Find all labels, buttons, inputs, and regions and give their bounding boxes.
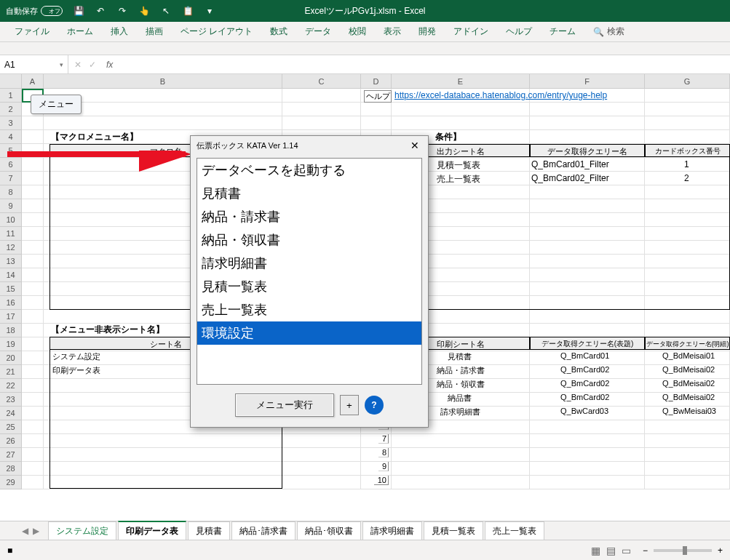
tab-home[interactable]: ホーム: [58, 21, 102, 42]
row-header[interactable]: 19: [0, 337, 22, 351]
cancel-icon[interactable]: ✕: [74, 60, 82, 70]
list-item[interactable]: データベースを起動する: [197, 159, 421, 182]
sheet-tab[interactable]: 納品･領収書: [297, 521, 361, 540]
row-header[interactable]: 21: [0, 365, 22, 379]
tab-view[interactable]: 表示: [375, 21, 410, 42]
row-header[interactable]: 24: [0, 407, 22, 420]
zoom-in-icon[interactable]: +: [718, 545, 723, 556]
row-header[interactable]: 8: [0, 185, 22, 199]
row-header[interactable]: 29: [0, 476, 22, 489]
list-item[interactable]: 見積一覧表: [197, 275, 421, 298]
hide-section-label: 【メニュー非表示シート名】: [51, 324, 164, 336]
run-button[interactable]: メニュー実行: [235, 393, 334, 417]
list-item[interactable]: 納品・請求書: [197, 205, 421, 228]
search-box[interactable]: 🔍 検索: [593, 25, 624, 38]
col-header-a[interactable]: A: [22, 74, 44, 88]
tab-insert[interactable]: 挿入: [102, 21, 137, 42]
menu-dialog: 伝票ボックス KATA Ver 1.14 ✕ データベースを起動する 見積書 納…: [190, 135, 429, 428]
next-sheet-icon[interactable]: ▶: [33, 526, 39, 536]
row-header[interactable]: 28: [0, 462, 22, 476]
row-header[interactable]: 25: [0, 420, 22, 434]
sheet-tab[interactable]: 納品･請求書: [231, 521, 295, 540]
fx-icon[interactable]: fx: [103, 60, 116, 70]
row-header[interactable]: 13: [0, 255, 22, 268]
close-icon[interactable]: ✕: [408, 140, 422, 151]
menu-listbox[interactable]: データベースを起動する 見積書 納品・請求書 納品・領収書 請求明細書 見積一覧…: [197, 158, 422, 385]
row-header[interactable]: 12: [0, 241, 22, 255]
paste-icon[interactable]: 📋: [182, 5, 194, 17]
print-r4-q2: Q_BdMeisai02: [662, 393, 715, 401]
col-header-f[interactable]: F: [530, 74, 645, 88]
zoom-out-icon[interactable]: −: [643, 545, 648, 556]
touch-icon[interactable]: 👆: [138, 5, 150, 17]
row-header[interactable]: 15: [0, 282, 22, 296]
enter-icon[interactable]: ✓: [89, 60, 96, 70]
more-icon[interactable]: ▾: [204, 5, 215, 17]
help-link[interactable]: https://excel-databace.hatenablog.com/en…: [394, 90, 607, 100]
sheet-tab[interactable]: 見積書: [188, 521, 230, 540]
normal-view-icon[interactable]: ▦: [591, 545, 600, 556]
row-header[interactable]: 22: [0, 379, 22, 393]
tab-review[interactable]: 校閲: [340, 21, 375, 42]
zoom-slider[interactable]: [654, 549, 712, 552]
row-header[interactable]: 18: [0, 324, 22, 337]
sheet-tab[interactable]: システム設定: [48, 521, 116, 540]
tab-developer[interactable]: 開発: [410, 21, 445, 42]
list-item[interactable]: 請求明細書: [197, 252, 421, 275]
row-header[interactable]: 23: [0, 393, 22, 407]
row-header[interactable]: 3: [0, 116, 22, 130]
autosave-label: 自動保存: [6, 6, 38, 17]
tab-file[interactable]: ファイル: [6, 21, 58, 42]
name-box[interactable]: A1: [0, 55, 68, 73]
list-item[interactable]: 売上一覧表: [197, 298, 421, 321]
plus-button[interactable]: +: [340, 395, 359, 415]
cursor-icon[interactable]: ↖: [160, 5, 172, 17]
dialog-titlebar[interactable]: 伝票ボックス KATA Ver 1.14 ✕: [191, 136, 428, 155]
status-bar: 準備完了 ■ ▦ ▤ ▭ − +: [0, 540, 730, 560]
col-header-b[interactable]: B: [44, 74, 282, 88]
tab-data[interactable]: データ: [296, 21, 340, 42]
autosave-toggle[interactable]: 自動保存 オフ: [6, 6, 63, 17]
col-header-e[interactable]: E: [392, 74, 530, 88]
row-header[interactable]: 1: [0, 89, 22, 103]
list-item[interactable]: 納品・領収書: [197, 228, 421, 252]
col-header-d[interactable]: D: [361, 74, 392, 88]
row-header[interactable]: 10: [0, 213, 22, 227]
list-item-selected[interactable]: 環境設定: [197, 321, 421, 345]
menu-button[interactable]: メニュー: [31, 95, 82, 114]
select-all-corner[interactable]: [0, 74, 22, 88]
sheet-tab[interactable]: 請求明細書: [362, 521, 422, 540]
tab-addins[interactable]: アドイン: [445, 21, 497, 42]
toggle-switch[interactable]: オフ: [41, 6, 63, 16]
list-item[interactable]: 見積書: [197, 182, 421, 205]
row-header[interactable]: 2: [0, 103, 22, 116]
row-header[interactable]: 17: [0, 310, 22, 324]
tab-pagelayout[interactable]: ページ レイアウト: [172, 21, 261, 42]
row-header[interactable]: 4: [0, 130, 22, 144]
col-header-g[interactable]: G: [645, 74, 730, 88]
row-header[interactable]: 26: [0, 434, 22, 448]
redo-icon[interactable]: ↷: [116, 5, 128, 17]
col-header-c[interactable]: C: [282, 74, 361, 88]
row-header[interactable]: 11: [0, 227, 22, 241]
tab-formulas[interactable]: 数式: [261, 21, 296, 42]
sheet-tab[interactable]: 売上一覧表: [485, 521, 544, 540]
help-button[interactable]: ?: [365, 396, 384, 415]
sheet-tab-active[interactable]: 印刷データ表: [118, 521, 186, 540]
save-icon[interactable]: 💾: [73, 5, 84, 17]
cond-section-label: 条件】: [435, 131, 461, 143]
page-layout-icon[interactable]: ▤: [606, 545, 616, 556]
row-header[interactable]: 20: [0, 351, 22, 365]
undo-icon[interactable]: ↶: [95, 5, 106, 17]
row-header[interactable]: 16: [0, 296, 22, 310]
row-header[interactable]: 14: [0, 268, 22, 282]
sheet-tab[interactable]: 見積一覧表: [424, 521, 483, 540]
tab-help[interactable]: ヘルプ: [497, 21, 541, 42]
prev-sheet-icon[interactable]: ◀: [22, 526, 28, 536]
row-header[interactable]: 27: [0, 448, 22, 462]
tab-team[interactable]: チーム: [541, 21, 584, 42]
row-header[interactable]: 9: [0, 199, 22, 213]
page-break-icon[interactable]: ▭: [622, 545, 631, 556]
record-macro-icon[interactable]: ■: [7, 545, 12, 556]
tab-draw[interactable]: 描画: [137, 21, 172, 42]
